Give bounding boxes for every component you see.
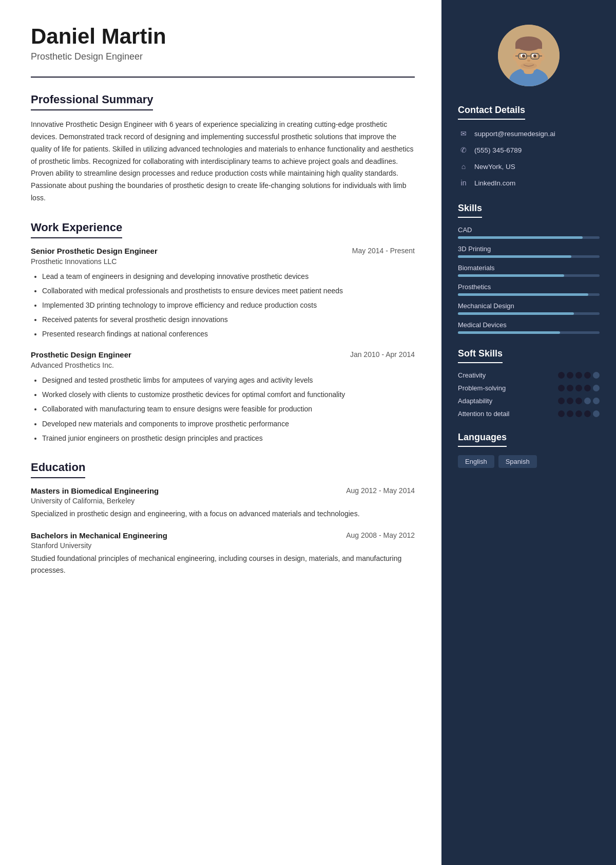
linkedin-icon: in: [458, 177, 469, 189]
skill-dots: [558, 372, 600, 379]
candidate-name: Daniel Martin: [31, 25, 415, 48]
dot-empty: [593, 410, 600, 417]
header-divider: [31, 77, 415, 78]
job-title: Senior Prosthetic Design Engineer: [31, 247, 158, 255]
skill-bar-fill: [458, 312, 574, 315]
soft-skill-name: Attention to detail: [458, 410, 509, 418]
contact-text: support@resumedesign.ai: [474, 130, 555, 138]
skill-item: Medical Devices: [458, 321, 600, 334]
skill-bar-fill: [458, 255, 571, 258]
skill-bar-fill: [458, 236, 583, 239]
education-section: Education Masters in Biomedical Engineer…: [31, 461, 415, 576]
dot-filled: [575, 398, 582, 404]
job-bullet: Presented research findings at national …: [42, 328, 415, 340]
skill-item: Mechanical Design: [458, 302, 600, 315]
candidate-title: Prosthetic Design Engineer: [31, 51, 415, 62]
job-bullet: Implemented 3D printing technology to im…: [42, 299, 415, 311]
dot-empty: [593, 385, 600, 391]
contact-text: NewYork, US: [474, 163, 515, 171]
dot-filled: [558, 372, 565, 379]
dot-filled: [558, 398, 565, 404]
skills-section: Skills CAD3D PrintingBiomaterialsProsthe…: [458, 203, 600, 334]
skill-dots: [558, 385, 600, 391]
soft-skills-section: Soft Skills CreativityProblem-solvingAda…: [458, 348, 600, 418]
skill-bar-bg: [458, 293, 600, 296]
header-section: Daniel Martin Prosthetic Design Engineer: [31, 25, 415, 62]
skill-bar-bg: [458, 312, 600, 315]
language-badge: Spanish: [498, 455, 537, 468]
job-item: Prosthetic Design EngineerJan 2010 - Apr…: [31, 350, 415, 444]
skill-dots: [558, 410, 600, 417]
summary-text: Innovative Prosthetic Design Engineer wi…: [31, 119, 415, 204]
languages-section: Languages EnglishSpanish: [458, 432, 600, 471]
summary-section: Professional Summary Innovative Prosthet…: [31, 93, 415, 204]
dot-filled: [567, 385, 573, 391]
email-icon: ✉: [458, 128, 469, 139]
contact-item: ✆(555) 345-6789: [458, 144, 600, 156]
job-bullet: Lead a team of engineers in designing an…: [42, 271, 415, 283]
avatar-wrapper: [458, 25, 600, 86]
job-bullet: Collaborated with medical professionals …: [42, 285, 415, 297]
home-icon: ⌂: [458, 161, 469, 172]
job-bullet: Worked closely with clients to customize…: [42, 389, 415, 401]
left-panel: Daniel Martin Prosthetic Design Engineer…: [0, 0, 441, 865]
dot-filled: [558, 385, 565, 391]
skill-bar-bg: [458, 236, 600, 239]
dot-empty: [593, 398, 600, 404]
edu-container: Masters in Biomedical EngineeringAug 201…: [31, 486, 415, 576]
jobs-container: Senior Prosthetic Design EngineerMay 201…: [31, 247, 415, 444]
work-section-title: Work Experience: [31, 221, 122, 238]
languages-container: EnglishSpanish: [458, 455, 600, 471]
job-dates: May 2014 - Present: [352, 247, 415, 255]
edu-item: Masters in Biomedical EngineeringAug 201…: [31, 486, 415, 520]
contact-item: ✉support@resumedesign.ai: [458, 128, 600, 139]
work-experience-section: Work Experience Senior Prosthetic Design…: [31, 221, 415, 444]
edu-dates: Aug 2008 - May 2012: [346, 531, 415, 539]
dot-filled: [575, 385, 582, 391]
contact-item: inLinkedIn.com: [458, 177, 600, 189]
edu-dates: Aug 2012 - May 2014: [346, 486, 415, 495]
contact-section: Contact Details ✉support@resumedesign.ai…: [458, 105, 600, 189]
edu-degree: Bachelors in Mechanical Engineering: [31, 531, 167, 540]
edu-degree: Masters in Biomedical Engineering: [31, 486, 159, 495]
soft-skill-item: Attention to detail: [458, 410, 600, 418]
skill-bar-bg: [458, 255, 600, 258]
skills-section-title: Skills: [458, 203, 482, 218]
job-bullet: Developed new materials and components t…: [42, 418, 415, 430]
skill-bar-fill: [458, 331, 560, 334]
skill-name: CAD: [458, 226, 600, 234]
skill-bar-fill: [458, 293, 588, 296]
languages-section-title: Languages: [458, 432, 507, 447]
skill-item: CAD: [458, 226, 600, 239]
job-company: Advanced Prosthetics Inc.: [31, 361, 415, 369]
contact-item: ⌂NewYork, US: [458, 161, 600, 172]
dot-filled: [584, 372, 591, 379]
dot-filled: [575, 372, 582, 379]
skill-item: Biomaterials: [458, 264, 600, 277]
skill-dots: [558, 398, 600, 404]
svg-point-7: [540, 53, 545, 61]
dot-filled: [567, 410, 573, 417]
language-badge: English: [458, 455, 494, 468]
job-dates: Jan 2010 - Apr 2014: [350, 350, 415, 359]
summary-section-title: Professional Summary: [31, 93, 153, 110]
contact-section-title: Contact Details: [458, 105, 525, 120]
edu-desc: Specialized in prosthetic design and eng…: [31, 508, 415, 520]
dot-filled: [575, 410, 582, 417]
edu-school: University of California, Berkeley: [31, 497, 415, 505]
skill-item: 3D Printing: [458, 245, 600, 258]
svg-point-6: [513, 53, 518, 61]
education-section-title: Education: [31, 461, 85, 478]
svg-point-18: [521, 63, 537, 69]
edu-school: Stanford University: [31, 541, 415, 550]
svg-point-11: [533, 54, 536, 58]
svg-point-17: [527, 60, 530, 62]
skill-name: Medical Devices: [458, 321, 600, 329]
soft-skill-item: Creativity: [458, 371, 600, 379]
soft-skill-name: Adaptability: [458, 397, 492, 405]
contact-container: ✉support@resumedesign.ai✆(555) 345-6789⌂…: [458, 128, 600, 189]
job-bullet: Trained junior engineers on prosthetic d…: [42, 432, 415, 444]
job-bullet: Received patents for several prosthetic …: [42, 314, 415, 326]
skill-name: Prosthetics: [458, 283, 600, 291]
svg-rect-5: [515, 44, 542, 49]
